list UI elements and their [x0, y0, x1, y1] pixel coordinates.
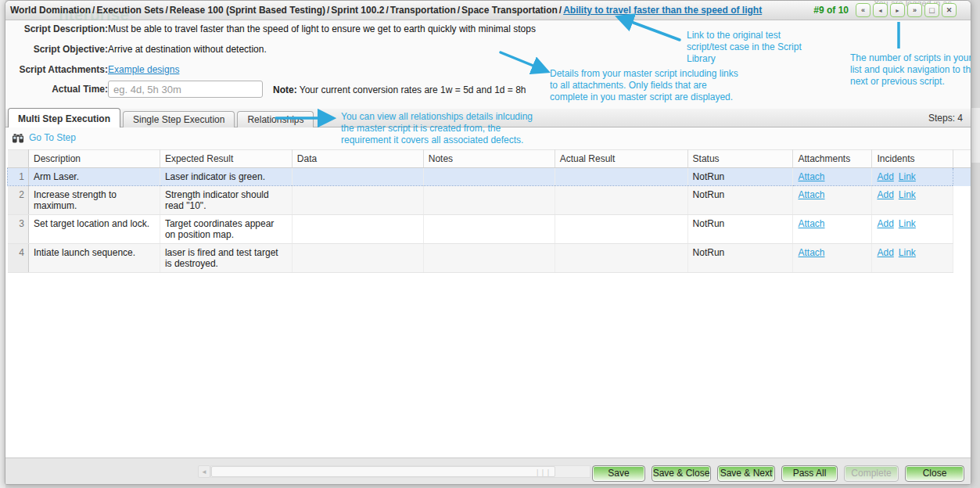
step-row-2[interactable]: 2 Increase strength to maximum. Strength…: [8, 186, 971, 215]
next-script-button[interactable]: ►: [890, 3, 905, 17]
step-actual-cell[interactable]: [555, 186, 687, 215]
row-filler: [953, 186, 971, 215]
step-expected-cell[interactable]: Laser indicator is green.: [160, 168, 292, 186]
step-status-cell[interactable]: NotRun: [687, 186, 793, 215]
step-data-cell[interactable]: [292, 168, 423, 186]
incident-link-link[interactable]: Link: [899, 189, 916, 200]
step-attachments-cell: Attach: [793, 186, 872, 215]
breadcrumb-separator: /: [165, 5, 167, 16]
breadcrumb-item: Space Transportation: [461, 5, 558, 16]
steps-count-label: Steps: 4: [928, 113, 963, 124]
breadcrumb-item: Release 100 (Sprint Based Testing): [170, 5, 325, 16]
step-actual-cell[interactable]: [555, 244, 687, 273]
last-script-button[interactable]: »: [907, 3, 922, 17]
attach-link[interactable]: Attach: [798, 189, 824, 200]
script-attachment-link[interactable]: Example designs: [108, 64, 179, 75]
previous-script-button[interactable]: ◄: [873, 3, 888, 17]
step-description-cell[interactable]: Increase strength to maximum.: [28, 186, 160, 215]
step-notes-cell[interactable]: [423, 244, 555, 273]
incident-add-link[interactable]: Add: [877, 189, 893, 200]
step-row-1[interactable]: 1 Arm Laser. Laser indicator is green. N…: [8, 168, 971, 186]
column-header-description[interactable]: Description: [28, 150, 160, 168]
column-header-data[interactable]: Data: [292, 150, 423, 168]
callout-navigation: The number of scripts in your list and q…: [850, 52, 971, 88]
script-description-label: Script Description:: [10, 23, 108, 34]
go-to-step-button[interactable]: Go To Step: [12, 132, 76, 143]
note-text: Your current conversion rates are 1w = 5…: [300, 84, 526, 95]
step-expected-cell[interactable]: Strength indicator should read "10".: [160, 186, 292, 215]
horizontal-scrollbar[interactable]: ◄ | | |: [198, 465, 591, 478]
attach-link[interactable]: Attach: [798, 171, 824, 182]
background-right-highlight: [971, 108, 980, 163]
step-notes-cell[interactable]: [423, 168, 555, 186]
first-script-button[interactable]: «: [856, 3, 871, 17]
column-header-attachments[interactable]: Attachments: [793, 150, 872, 168]
column-header-notes[interactable]: Notes: [423, 150, 555, 168]
step-row-4[interactable]: 4 Intiate launch sequence. laser is fire…: [8, 244, 971, 273]
column-header-status[interactable]: Status: [687, 150, 793, 168]
column-header-expected-result[interactable]: Expected Result: [160, 150, 292, 168]
step-notes-cell[interactable]: [423, 186, 555, 215]
step-data-cell[interactable]: [292, 244, 423, 273]
incident-add-link[interactable]: Add: [877, 171, 893, 182]
row-filler: [953, 168, 971, 186]
column-header-incidents[interactable]: Incidents: [872, 150, 953, 168]
step-status-cell[interactable]: NotRun: [687, 244, 793, 273]
step-actual-cell[interactable]: [555, 215, 687, 244]
script-details-panel: Script Description: Must be able to trav…: [5, 20, 971, 109]
scrollbar-thumb[interactable]: | | |: [211, 466, 555, 477]
tab-single-step-execution[interactable]: Single Step Execution: [123, 111, 235, 127]
callout-master-script: Details from your master script includin…: [550, 68, 744, 103]
attach-link[interactable]: Attach: [798, 247, 824, 258]
save-and-close-button[interactable]: Save & Close: [652, 465, 711, 482]
close-dialog-button[interactable]: ✕: [942, 3, 957, 17]
scrollbar-track[interactable]: | | |: [210, 465, 591, 478]
breadcrumb-current-script-link[interactable]: Ability to travel faster than the speed …: [563, 5, 762, 16]
binoculars-icon: [12, 133, 24, 143]
script-position-label: #9 of 10: [813, 5, 849, 16]
scrollbar-grip: | | |: [537, 468, 550, 476]
step-description-cell[interactable]: Arm Laser.: [28, 168, 160, 186]
actual-time-input[interactable]: [108, 81, 263, 98]
column-header-actual-result[interactable]: Actual Result: [555, 150, 687, 168]
attach-link[interactable]: Attach: [798, 218, 824, 229]
step-status-cell[interactable]: NotRun: [687, 168, 793, 186]
step-number: 2: [8, 186, 29, 215]
column-header-number[interactable]: [8, 150, 29, 168]
step-description-cell[interactable]: Set target location and lock.: [28, 215, 160, 244]
breadcrumb-separator: /: [458, 5, 460, 16]
breadcrumb-separator: /: [92, 5, 95, 16]
breadcrumb-separator: /: [559, 5, 562, 16]
pass-all-button[interactable]: Pass All: [781, 465, 838, 482]
incident-link-link[interactable]: Link: [899, 247, 916, 258]
step-attachments-cell: Attach: [793, 215, 872, 244]
step-number: 3: [8, 215, 29, 244]
close-button[interactable]: Close: [905, 465, 964, 482]
script-description-value: Must be able to travel faster than the s…: [108, 23, 536, 34]
incident-link-link[interactable]: Link: [899, 171, 916, 182]
step-data-cell[interactable]: [292, 186, 423, 215]
step-description-cell[interactable]: Intiate launch sequence.: [28, 244, 160, 273]
step-attachments-cell: Attach: [793, 244, 872, 273]
tab-multi-step-execution[interactable]: Multi Step Execution: [8, 108, 120, 127]
maximize-button[interactable]: □: [924, 3, 939, 17]
step-incidents-cell: AddLink: [872, 215, 953, 244]
save-button[interactable]: Save: [592, 465, 645, 482]
step-row-3[interactable]: 3 Set target location and lock. Target c…: [8, 215, 971, 244]
go-to-step-label: Go To Step: [29, 132, 76, 143]
incident-add-link[interactable]: Add: [877, 218, 893, 229]
step-status-cell[interactable]: NotRun: [687, 215, 793, 244]
incident-link-link[interactable]: Link: [899, 218, 916, 229]
incident-add-link[interactable]: Add: [877, 247, 893, 258]
step-notes-cell[interactable]: [423, 215, 555, 244]
script-attachments-label: Script Attachments:: [10, 64, 108, 75]
breadcrumb-item: World Domination: [10, 5, 91, 16]
save-and-next-button[interactable]: Save & Next: [717, 465, 775, 482]
scroll-left-button[interactable]: ◄: [198, 465, 210, 478]
step-expected-cell[interactable]: laser is fired and test target is destro…: [160, 244, 292, 273]
step-expected-cell[interactable]: Target coordinates appear on position ma…: [160, 215, 292, 244]
step-actual-cell[interactable]: [555, 168, 687, 186]
step-data-cell[interactable]: [292, 215, 423, 244]
tab-relationships[interactable]: Relationships: [237, 111, 314, 127]
complete-button[interactable]: Complete: [844, 465, 899, 482]
